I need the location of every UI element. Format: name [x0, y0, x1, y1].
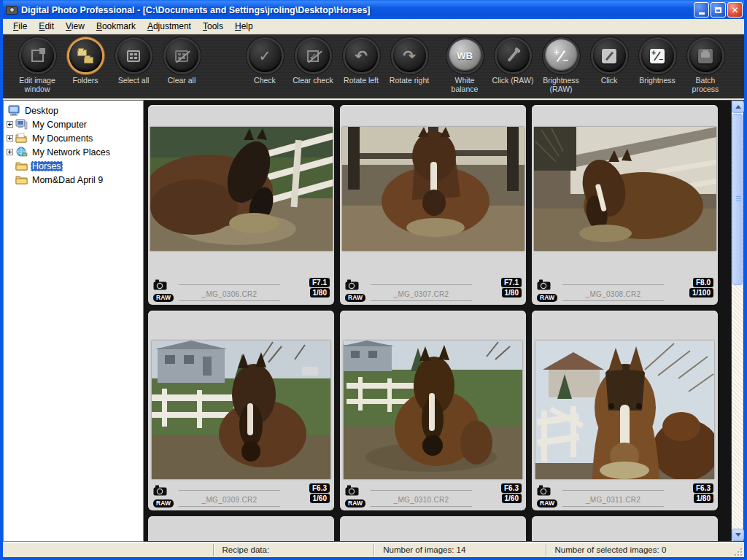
arrow-up-icon — [735, 105, 741, 109]
folders-icon — [77, 49, 93, 63]
batch-process-icon — [698, 49, 713, 63]
thumbnail-cell-mg0310[interactable]: RAW _MG_0310.CR2 F6.3 1/60 — [340, 311, 526, 510]
thumbnail-filename: _MG_0306.CR2 — [202, 290, 258, 298]
edit-image-window-icon — [31, 50, 44, 62]
thumbnail-grid: RAW _MG_0306.CR2 F7.1 1/80 — [144, 101, 731, 541]
menu-tools[interactable]: Tools — [197, 20, 229, 33]
close-icon: ✕ — [731, 5, 738, 15]
aperture-badge: F7.1 — [309, 278, 330, 287]
tree-item-my-documents[interactable]: My Documents — [4, 131, 143, 145]
menu-file[interactable]: File — [7, 20, 33, 33]
rotate-right-icon: ↷ — [403, 48, 416, 63]
maximize-button[interactable] — [711, 2, 726, 18]
thumbnail-filename: _MG_0311.CR2 — [586, 496, 640, 504]
raw-camera-icon: RAW — [153, 485, 175, 508]
tree-item-desktop[interactable]: Desktop — [4, 104, 143, 117]
thumbnail-cell-partial[interactable] — [532, 516, 718, 541]
thumbnail-cell-mg0306[interactable]: RAW _MG_0306.CR2 F7.1 1/80 — [148, 105, 334, 305]
rotate-left-icon: ↶ — [355, 48, 368, 63]
click-dropper-icon — [602, 49, 616, 63]
expand-icon[interactable] — [7, 135, 13, 141]
network-places-icon — [15, 147, 28, 158]
select-all-icon — [127, 50, 140, 62]
aperture-badge: F8.0 — [693, 278, 713, 287]
tree-item-my-network-places[interactable]: My Network Places — [4, 145, 143, 159]
thumbnail-filename: _MG_0307.CR2 — [394, 290, 449, 298]
selected-count-status: Number of selected images: 0 — [546, 544, 735, 556]
raw-camera-icon: RAW — [345, 279, 367, 302]
menu-bookmark[interactable]: Bookmark — [90, 20, 142, 33]
recipe-data-status: Recipe data: — [213, 544, 374, 556]
app-icon — [6, 4, 18, 15]
thumbnail-cell-partial[interactable] — [148, 516, 334, 541]
click-raw-button[interactable]: Click (RAW) — [489, 39, 537, 93]
close-button[interactable]: ✕ — [727, 2, 743, 18]
thumbnail-filename: _MG_0310.CR2 — [394, 496, 449, 504]
tree-item-horses[interactable]: Horses — [4, 159, 143, 173]
thumbnail-photo — [150, 127, 333, 251]
toolbar: Edit image window Folders Select all Cle… — [3, 34, 744, 98]
tree-item-momdad-april-9[interactable]: Mom&Dad April 9 — [4, 173, 143, 187]
thumbnail-cell-mg0308[interactable]: RAW _MG_0308.CR2 F8.0 1/100 — [532, 105, 718, 305]
titlebar[interactable]: Digital Photo Professional - [C:\Documen… — [3, 0, 744, 19]
rotate-right-button[interactable]: ↷ Rotate right — [385, 39, 433, 93]
brightness-raw-button[interactable]: +− Brightness (RAW) — [537, 39, 585, 93]
edit-image-window-button[interactable]: Edit image window — [13, 39, 61, 93]
batch-process-button[interactable]: Batch process — [681, 39, 729, 93]
menu-edit[interactable]: Edit — [33, 20, 60, 33]
desktop-icon — [8, 105, 20, 116]
thumbnail-cell-mg0307[interactable]: RAW _MG_0307.CR2 F7.1 1/80 — [340, 105, 526, 305]
folder-icon — [15, 174, 28, 185]
clear-all-button[interactable]: Clear all — [158, 39, 206, 93]
clear-check-button[interactable]: ✓ Clear check — [289, 39, 337, 93]
menu-view[interactable]: View — [60, 20, 90, 33]
rotate-left-button[interactable]: ↶ Rotate left — [337, 39, 385, 93]
raw-camera-icon: RAW — [537, 279, 559, 302]
shutter-badge: 1/60 — [502, 494, 522, 503]
thumbnail-cell-mg0309[interactable]: RAW _MG_0309.CR2 F6.3 1/60 — [148, 311, 334, 510]
image-count-status: Number of images: 14 — [374, 544, 545, 556]
folder-icon — [15, 160, 28, 171]
selected-folder-label: Horses — [31, 161, 63, 171]
thumbnail-cell-partial[interactable] — [340, 516, 526, 541]
thumbnail-photo — [152, 341, 330, 479]
folders-button[interactable]: Folders — [61, 39, 109, 93]
white-balance-button[interactable]: WB White balance — [441, 39, 489, 93]
raw-camera-icon: RAW — [345, 485, 367, 508]
menubar: File Edit View Bookmark Adjustment Tools… — [3, 19, 744, 34]
maximize-icon — [715, 7, 721, 13]
brightness-button[interactable]: +− Brightness — [633, 39, 681, 93]
click-button[interactable]: Click — [585, 39, 633, 93]
thumbnail-photo — [344, 341, 522, 479]
thumbnail-browser: RAW _MG_0306.CR2 F7.1 1/80 — [144, 100, 744, 542]
thumbnail-photo — [534, 127, 716, 251]
shutter-badge: 1/100 — [689, 288, 713, 298]
aperture-badge: F6.3 — [501, 483, 522, 493]
shutter-badge: 1/80 — [502, 288, 522, 298]
scroll-up-button[interactable] — [732, 101, 744, 113]
clear-all-icon — [175, 50, 188, 62]
clear-check-icon: ✓ — [307, 50, 319, 62]
resize-grip[interactable] — [735, 547, 743, 556]
check-button[interactable]: ✓ Check — [241, 39, 289, 93]
thumbnail-cell-mg0311[interactable]: RAW _MG_0311.CR2 F6.3 1/80 — [532, 311, 718, 510]
menu-help[interactable]: Help — [229, 20, 259, 33]
scrollbar-thumb[interactable] — [732, 114, 743, 285]
raw-camera-icon: RAW — [153, 279, 175, 302]
click-dropper-raw-icon — [507, 50, 518, 62]
folder-tree-panel: Desktop My Computer My Documents My Netw… — [3, 100, 144, 542]
shutter-badge: 1/80 — [694, 494, 713, 503]
shutter-badge: 1/80 — [310, 288, 330, 298]
scroll-down-button[interactable] — [732, 529, 744, 541]
minimize-button[interactable] — [694, 2, 709, 18]
aperture-badge: F6.3 — [309, 483, 330, 493]
select-all-button[interactable]: Select all — [109, 39, 158, 93]
expand-icon[interactable] — [7, 149, 13, 155]
expand-icon[interactable] — [7, 121, 13, 128]
menu-adjustment[interactable]: Adjustment — [142, 20, 197, 33]
check-icon: ✓ — [258, 48, 271, 63]
tree-item-my-computer[interactable]: My Computer — [4, 117, 143, 131]
arrow-down-icon — [735, 533, 741, 537]
vertical-scrollbar[interactable] — [731, 101, 743, 541]
raw-camera-icon: RAW — [537, 485, 559, 508]
